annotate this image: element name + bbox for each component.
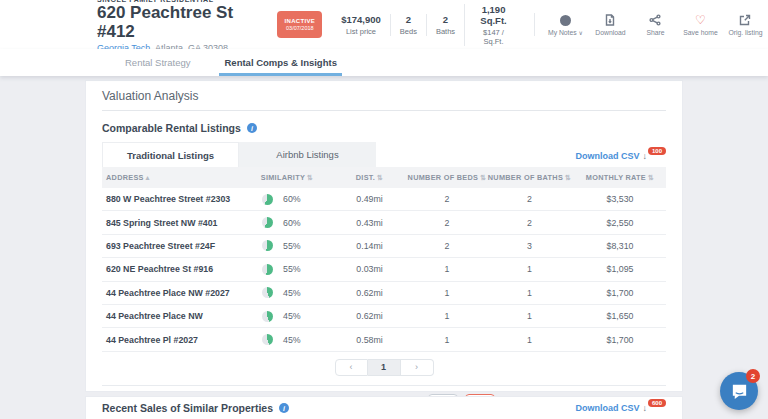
heart-icon: ♡ xyxy=(695,14,706,26)
chat-launcher-button[interactable]: 2 xyxy=(720,372,758,410)
col-beds[interactable]: NUMBER OF BEDS⇅ xyxy=(407,173,487,182)
table-row[interactable]: 620 NE Peachtree St #916 55% 0.03mi 1 1 … xyxy=(102,258,666,281)
sort-icon: ⇅ xyxy=(480,174,486,181)
chevron-down-icon: ∨ xyxy=(579,30,583,36)
comp-monthly-rate: $1,650 xyxy=(572,311,668,321)
comp-beds: 1 xyxy=(407,311,487,321)
sort-icon: ⇅ xyxy=(377,174,383,181)
col-dist[interactable]: DIST.⇅ xyxy=(332,173,407,182)
col-rate[interactable]: MONTHLY RATE⇅ xyxy=(572,173,668,182)
sort-icon: ⇅ xyxy=(307,174,313,181)
notes-avatar-icon xyxy=(560,15,571,26)
comp-baths: 1 xyxy=(487,288,572,298)
comp-beds: 2 xyxy=(407,218,487,228)
tab-rental-strategy[interactable]: Rental Strategy xyxy=(125,49,190,76)
comp-address: 880 W Peachtree Street #2303 xyxy=(102,194,242,204)
recent-sales-title: Recent Sales of Similar Properties xyxy=(102,402,273,414)
comp-similarity: 45% xyxy=(242,311,332,322)
stat-sqft: 1,190 Sq.Ft. $147 / Sq.Ft. xyxy=(464,4,522,46)
pagination-prev-button[interactable]: ‹ xyxy=(335,359,368,376)
download-icon: ↓ xyxy=(642,403,647,413)
table-row[interactable]: 845 Spring Street NW #401 60% 0.43mi 2 2… xyxy=(102,211,666,234)
comp-baths: 3 xyxy=(487,241,572,251)
tab-traditional-listings[interactable]: Traditional Listings xyxy=(102,142,239,167)
similarity-pie-icon xyxy=(262,334,273,345)
share-button[interactable]: Share xyxy=(633,13,678,36)
orig-listing-label: Orig. listing xyxy=(723,29,768,36)
page-tabs: Rental Strategy Rental Comps & Insights xyxy=(0,49,768,76)
stat-baths: 2 Baths xyxy=(426,14,464,36)
comp-baths: 2 xyxy=(487,194,572,204)
similarity-pie-icon xyxy=(262,194,273,205)
similarity-pie-icon xyxy=(262,240,273,251)
share-label: Share xyxy=(633,29,678,36)
comp-beds: 2 xyxy=(407,194,487,204)
comp-address: 620 NE Peachtree St #916 xyxy=(102,264,242,274)
comp-similarity: 55% xyxy=(242,264,332,275)
info-icon[interactable]: i xyxy=(279,403,289,413)
comp-address: 44 Peachtree Pl #2027 xyxy=(102,335,242,345)
comp-monthly-rate: $8,310 xyxy=(572,241,668,251)
csv-credits-badge: 600 xyxy=(648,399,666,407)
col-similarity[interactable]: SIMILARITY⇅ xyxy=(242,173,332,182)
sort-icon: ⇅ xyxy=(565,174,571,181)
my-notes-button[interactable]: My Notes ∨ xyxy=(543,13,588,36)
tab-rental-comps[interactable]: Rental Comps & Insights xyxy=(224,49,336,76)
comp-distance: 0.43mi xyxy=(332,218,407,228)
valuation-analysis-card: Valuation Analysis Comparable Rental Lis… xyxy=(85,80,683,392)
col-baths[interactable]: NUMBER OF BATHS⇅ xyxy=(487,173,572,182)
comp-beds: 1 xyxy=(407,335,487,345)
list-price-value: $174,900 xyxy=(341,14,381,25)
baths-value: 2 xyxy=(436,14,455,25)
csv-credits-badge: 100 xyxy=(648,147,666,155)
comp-address: 845 Spring Street NW #401 xyxy=(102,218,242,228)
pagination-next-button[interactable]: › xyxy=(401,359,434,376)
stat-beds: 2 Beds xyxy=(390,14,426,36)
comp-distance: 0.14mi xyxy=(332,241,407,251)
table-row[interactable]: 44 Peachtree Place NW #2027 45% 0.62mi 1… xyxy=(102,282,666,305)
info-icon[interactable]: i xyxy=(247,123,257,133)
orig-listing-button[interactable]: Orig. listing xyxy=(723,13,768,36)
similarity-pie-icon xyxy=(262,287,273,298)
tab-airbnb-listings[interactable]: Airbnb Listings xyxy=(239,142,376,167)
comp-monthly-rate: $3,530 xyxy=(572,194,668,204)
sqft-value: 1,190 Sq.Ft. xyxy=(474,4,513,26)
sort-icon: ⇅ xyxy=(648,174,654,181)
external-link-icon xyxy=(739,14,751,26)
property-stats: $174,900 List price 2 Beds 2 Baths 1,190… xyxy=(332,4,522,46)
price-per-sqft-label: $147 / Sq.Ft. xyxy=(474,28,513,46)
download-button[interactable]: Download xyxy=(588,13,633,36)
col-address[interactable]: ADDRESS▴ xyxy=(102,173,242,182)
recent-sales-download-csv-link[interactable]: Download CSV ↓ 600 xyxy=(575,403,666,413)
table-row[interactable]: 880 W Peachtree Street #2303 60% 0.49mi … xyxy=(102,188,666,211)
property-header: SINGLE FAMILY RESIDENTIAL 620 Peachtree … xyxy=(0,0,768,49)
chat-unread-badge: 2 xyxy=(746,369,760,383)
list-price-label: List price xyxy=(341,27,381,36)
similarity-pie-icon xyxy=(262,311,273,322)
comp-monthly-rate: $1,700 xyxy=(572,335,668,345)
pagination-page-1[interactable]: 1 xyxy=(368,359,401,376)
comp-similarity: 60% xyxy=(242,217,332,228)
active-tab-underline xyxy=(219,73,341,76)
share-icon xyxy=(649,14,661,26)
download-icon: ↓ xyxy=(642,151,647,161)
file-download-icon xyxy=(604,14,616,26)
save-home-button[interactable]: ♡ Save home xyxy=(678,13,723,36)
comp-address: 693 Peachtree Street #24F xyxy=(102,241,242,251)
sort-asc-icon: ▴ xyxy=(146,174,150,181)
stat-list-price: $174,900 List price xyxy=(332,14,390,36)
status-date: 03/07/2018 xyxy=(286,25,314,31)
comp-distance: 0.49mi xyxy=(332,194,407,204)
similarity-pie-icon xyxy=(262,217,273,228)
status-label: INACTIVE xyxy=(285,18,315,24)
table-row[interactable]: 44 Peachtree Pl #2027 45% 0.58mi 1 1 $1,… xyxy=(102,328,666,351)
property-identity: SINGLE FAMILY RESIDENTIAL 620 Peachtree … xyxy=(97,0,263,53)
valuation-analysis-title: Valuation Analysis xyxy=(102,89,666,111)
comparable-rental-listings-title: Comparable Rental Listings xyxy=(102,122,241,134)
download-csv-label: Download CSV xyxy=(575,403,639,413)
table-row[interactable]: 693 Peachtree Street #24F 55% 0.14mi 2 3… xyxy=(102,235,666,258)
table-row[interactable]: 44 Peachtree Place NW 45% 0.62mi 1 1 $1,… xyxy=(102,305,666,328)
pagination: ‹ 1 › xyxy=(102,359,666,376)
status-badge: INACTIVE 03/07/2018 xyxy=(277,11,322,38)
download-csv-link[interactable]: Download CSV ↓ 100 xyxy=(575,151,666,161)
